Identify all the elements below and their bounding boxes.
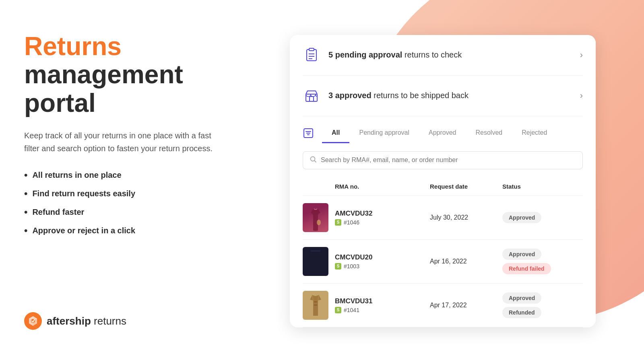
bullet-item: Find return requests easily (24, 188, 217, 199)
portal-card: 5 pending approval returns to check › (290, 35, 596, 327)
tab-all[interactable]: All (322, 123, 349, 143)
order-ref-2: S #1003 (335, 263, 430, 269)
col-header-date: Request date (430, 183, 502, 190)
svg-point-12 (317, 220, 321, 225)
shopify-icon-1: S (335, 219, 341, 226)
order-ref-1: S #1046 (335, 219, 430, 226)
svg-rect-14 (314, 301, 317, 302)
approved-summary-text: 3 approved returns to be shipped back (328, 91, 575, 100)
status-badges-1: Approved (502, 212, 583, 223)
summary-row-pending[interactable]: 5 pending approval returns to check › (303, 35, 583, 76)
table-header: RMA no. Request date Status (303, 177, 583, 196)
rma-info-2: CMCVDU20 S #1003 (335, 253, 430, 269)
col-header-status: Status (502, 183, 583, 190)
aftership-logo-icon (24, 312, 42, 330)
search-input[interactable] (321, 156, 576, 164)
badge-approved-1: Approved (502, 212, 541, 223)
product-image-coat (303, 291, 335, 320)
search-icon (310, 156, 317, 165)
status-badges-3: Approved Refunded (502, 292, 583, 318)
tab-rejected[interactable]: Rejected (512, 123, 557, 143)
logo-text: aftership returns (47, 315, 126, 327)
search-section (290, 143, 596, 177)
logo-area: aftership returns (24, 312, 217, 330)
order-ref-3: S #1041 (335, 307, 430, 313)
summary-section: 5 pending approval returns to check › (290, 35, 596, 116)
svg-line-11 (315, 160, 316, 162)
pending-summary-text: 5 pending approval returns to check (328, 50, 575, 60)
rma-number-3: BMCVDU31 (335, 297, 430, 305)
search-box (303, 151, 583, 169)
bullet-item: All returns in one place (24, 169, 217, 181)
table-row[interactable]: AMCVDU32 S #1046 July 30, 2022 Approved (303, 196, 583, 240)
table-row[interactable]: CMCVDU20 S #1003 Apr 16, 2022 Approved R… (303, 240, 583, 284)
left-panel: Returns management portal Keep track of … (0, 0, 242, 362)
feature-list: All returns in one placeFind return requ… (24, 169, 217, 236)
shopify-icon-3: S (335, 307, 341, 313)
table-row[interactable]: BMCVDU31 S #1041 Apr 17, 2022 Approved R… (303, 284, 583, 327)
col-header-image (303, 183, 335, 190)
rma-number-2: CMCVDU20 (335, 253, 430, 261)
tab-approved[interactable]: Approved (419, 123, 466, 143)
tabs-header: All Pending approval Approved Resolved R… (303, 116, 583, 143)
status-badges-2: Approved Refund failed (502, 249, 583, 274)
svg-rect-8 (310, 97, 314, 101)
badge-refund-failed-2: Refund failed (502, 263, 551, 274)
col-header-rma: RMA no. (335, 183, 430, 190)
right-panel: 5 pending approval returns to check › (242, 0, 644, 362)
rma-info-1: AMCVDU32 S #1046 (335, 210, 430, 226)
rma-number-1: AMCVDU32 (335, 210, 430, 218)
pending-arrow-icon: › (580, 50, 583, 60)
clipboard-icon (303, 46, 320, 64)
title-returns: Returns (24, 32, 217, 60)
left-content: Returns management portal Keep track of … (24, 32, 217, 252)
svg-rect-3 (309, 48, 314, 51)
request-date-2: Apr 16, 2022 (430, 258, 502, 265)
description-text: Keep track of all your returns in one pl… (24, 129, 217, 155)
product-image-dress (303, 203, 335, 232)
shopify-icon-2: S (335, 263, 341, 269)
hero-title: Returns management portal (24, 32, 217, 117)
rma-info-3: BMCVDU31 S #1041 (335, 297, 430, 313)
badge-refunded-3: Refunded (502, 307, 541, 318)
shop-icon (303, 87, 320, 105)
approved-arrow-icon: › (580, 90, 583, 101)
badge-approved-3: Approved (502, 292, 541, 304)
summary-row-approved[interactable]: 3 approved returns to be shipped back › (303, 76, 583, 116)
filter-icon (303, 128, 314, 139)
svg-point-10 (311, 156, 315, 161)
bullet-item: Approve or reject in a click (24, 225, 217, 236)
request-date-1: July 30, 2022 (430, 214, 502, 221)
request-date-3: Apr 17, 2022 (430, 302, 502, 309)
bullet-item: Refund faster (24, 206, 217, 218)
product-image-pants (303, 247, 335, 276)
tabs-list: All Pending approval Approved Resolved R… (322, 123, 557, 143)
table-section: RMA no. Request date Status AMCV (290, 177, 596, 327)
tab-resolved[interactable]: Resolved (466, 123, 512, 143)
badge-approved-2: Approved (502, 249, 541, 260)
title-rest: management portal (24, 60, 217, 117)
tab-pending-approval[interactable]: Pending approval (349, 123, 419, 143)
tabs-section: All Pending approval Approved Resolved R… (290, 116, 596, 143)
svg-rect-15 (314, 304, 317, 306)
